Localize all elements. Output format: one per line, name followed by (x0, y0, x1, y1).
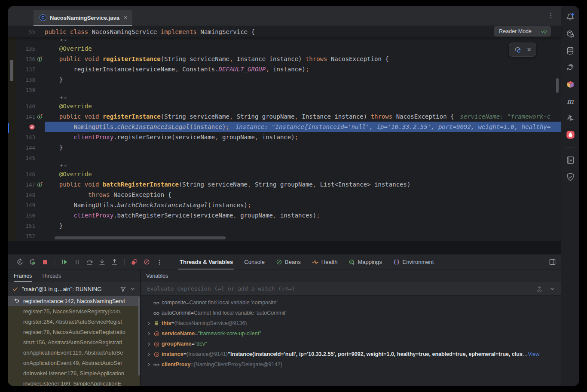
database-icon[interactable] (565, 46, 575, 56)
inspections-ok-icon[interactable] (537, 28, 551, 35)
gradle-sync-icon[interactable] (514, 46, 522, 54)
variable-row[interactable]: pgroupName = "dev" (141, 339, 561, 349)
tab-frames[interactable]: Frames (14, 270, 32, 282)
add-watch-icon[interactable] (535, 285, 543, 293)
expand-chevron-icon[interactable] (145, 362, 152, 367)
rerun-button[interactable] (15, 257, 25, 267)
code-line[interactable]: 146 @Override (8, 169, 561, 179)
stack-frame[interactable]: register:75, NacosServiceRegistry (com. (8, 306, 140, 316)
breakpoint-icon[interactable] (15, 124, 35, 130)
override-marker-icon[interactable] (35, 181, 45, 188)
mute-breakpoints-button[interactable] (142, 257, 152, 267)
stack-frame[interactable]: onApplicationEvent:119, AbstractAutoSe (8, 347, 140, 358)
plugin-pinwheel-icon[interactable] (565, 113, 575, 123)
step-over-button[interactable] (85, 257, 95, 267)
editor[interactable]: 135 @Override136 public void registerIns… (8, 37, 561, 241)
splitter-band[interactable] (8, 241, 561, 254)
variable-row[interactable]: this = {NacosNamingService@9136} (141, 318, 561, 328)
code-line[interactable]: 147 public void batchRegisterInstance(St… (8, 179, 561, 190)
tab-environment[interactable]: {}Environment (388, 254, 440, 270)
tab-mappings[interactable]: Mappings (343, 254, 387, 270)
left-scrollbar-thumb[interactable] (10, 60, 13, 81)
step-out-button[interactable] (110, 257, 119, 267)
expand-chevron-icon[interactable] (145, 321, 152, 326)
code-line[interactable]: 151 } (8, 220, 561, 231)
code-line[interactable]: 138 } (8, 74, 561, 85)
variable-row[interactable]: clientProxy = {NamingClientProxyDelegate… (141, 359, 561, 370)
view-breakpoints-button[interactable] (129, 257, 139, 267)
code-line[interactable]: 149 NamingUtils.batchCheckInstanceIsLega… (8, 200, 561, 210)
step-into-button[interactable] (97, 257, 107, 267)
tab-threads[interactable]: Threads (41, 270, 61, 282)
code-line[interactable]: 137 registerInstance(serviceName, Consta… (8, 64, 561, 74)
sticky-code: public class NacosNamingService implemen… (45, 26, 561, 37)
expand-chevron-icon[interactable] (145, 331, 152, 336)
horizontal-scrollbar-thumb[interactable] (55, 236, 226, 239)
code-line[interactable]: 148 throws NacosException { (8, 190, 561, 200)
dependencies-icon[interactable] (565, 79, 575, 89)
chevron-down-icon[interactable] (130, 286, 136, 292)
thread-selector[interactable]: "main"@1 in g…ain": RUNNING (8, 282, 140, 296)
code-line[interactable]: 144 } (8, 142, 561, 153)
documentation-icon[interactable]: A (565, 155, 575, 165)
code-line[interactable]: 140 @Override (8, 101, 561, 111)
vertical-scrollbar-thumb[interactable] (556, 78, 559, 93)
code-line[interactable]: 143 clientProxy.registerService(serviceN… (8, 132, 561, 142)
expand-chevron-icon[interactable] (145, 352, 152, 357)
variable-row[interactable]: autoCommit = Cannot find local variable … (141, 308, 561, 318)
gradle-icon[interactable] (565, 62, 575, 73)
stack-frame[interactable]: registerInstance:142, NacosNamingServi (8, 296, 140, 306)
rerun-debug-button[interactable] (28, 257, 37, 267)
resume-button[interactable] (60, 257, 70, 267)
stack-frame[interactable]: doInvokeListener:176, SimpleApplication (8, 368, 140, 378)
tab-health[interactable]: Health (306, 254, 343, 270)
reader-mode-button[interactable]: Reader Mode (494, 28, 537, 34)
security-shield-icon[interactable] (565, 172, 575, 182)
ai-assistant-icon[interactable] (565, 29, 575, 39)
code-line[interactable]: NamingUtils.checkInstanceIsLegal(instanc… (8, 122, 561, 132)
environment-icon: {} (393, 259, 400, 265)
view-link[interactable]: View (528, 351, 539, 357)
tab-beans[interactable]: Beans (270, 254, 306, 270)
ai-inlay-icon[interactable] (45, 164, 70, 168)
code-token: registerInstance (103, 113, 161, 120)
code-line[interactable]: 135 @Override (8, 43, 561, 54)
code-line[interactable]: 150 clientProxy.batchRegisterService(ser… (8, 210, 561, 220)
variable-row[interactable]: pserviceName = "framework-core-up-client… (141, 328, 561, 339)
more-button[interactable] (154, 257, 164, 267)
code-line[interactable]: 136 public void registerInstance(String … (8, 54, 561, 64)
red-app-icon[interactable] (565, 129, 575, 140)
stack-frame[interactable]: start:156, AbstractAutoServiceRegistrati (8, 337, 140, 347)
variable-row[interactable]: pinstance = {Instance@9141} "Instance{in… (141, 349, 561, 359)
evaluate-expression-input[interactable] (141, 285, 535, 292)
override-marker-icon[interactable] (35, 55, 45, 62)
stack-frame[interactable]: onApplicationEvent:49, AbstractAutoSer (8, 358, 140, 368)
code-line[interactable]: 139 (8, 85, 561, 95)
tab-close-icon[interactable]: × (124, 14, 127, 21)
ai-inlay-icon[interactable] (45, 96, 70, 101)
stack-frame[interactable]: invokeListener:169, SimpleApplicationE (8, 378, 140, 386)
filter-icon[interactable] (120, 286, 126, 292)
indent (45, 191, 88, 198)
notifications-icon[interactable] (565, 12, 575, 22)
tab-console[interactable]: Console (238, 254, 270, 270)
editor-tab[interactable]: C NacosNamingService.java × (34, 10, 132, 26)
maven-icon[interactable]: m (565, 96, 575, 106)
layout-settings-icon[interactable] (549, 258, 556, 266)
frames-scrollbar-thumb[interactable] (138, 297, 140, 376)
stop-button[interactable] (40, 257, 50, 267)
ai-inlay-icon[interactable] (45, 38, 70, 43)
code-line[interactable]: 141 public void registerInstance(String … (8, 111, 561, 122)
stack-frame[interactable]: register:78, NacosAutoServiceRegistratio (8, 327, 140, 337)
variable-row[interactable]: composite = Cannot find local variable '… (141, 297, 561, 308)
pause-button[interactable] (72, 257, 82, 267)
code-text (45, 153, 561, 163)
stack-frame[interactable]: register:264, AbstractAutoServiceRegist (8, 316, 140, 327)
code-line[interactable]: 145 (8, 153, 561, 163)
chevron-down-icon[interactable] (549, 286, 555, 292)
override-marker-icon[interactable] (35, 113, 45, 120)
expand-chevron-icon[interactable] (145, 342, 152, 346)
tab-threads-variables[interactable]: Threads & Variables (174, 254, 238, 270)
close-icon[interactable]: ✕ (527, 46, 532, 53)
editor-options-menu-icon[interactable]: ⋮ (547, 11, 554, 19)
